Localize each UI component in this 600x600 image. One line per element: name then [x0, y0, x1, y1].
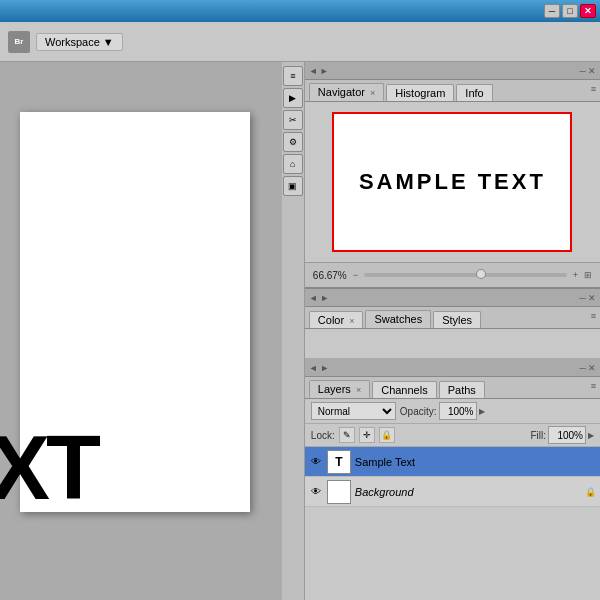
nav-preview-box: SAMPLE TEXT — [332, 112, 572, 252]
bridge-icon[interactable]: Br — [8, 31, 30, 53]
navigator-tabs: Navigator × Histogram Info ≡ — [305, 80, 600, 102]
tab-navigator-close[interactable]: × — [370, 88, 375, 98]
layer-row-0[interactable]: 👁 T Sample Text — [305, 447, 600, 477]
vtool-button-5[interactable]: ▣ — [283, 176, 303, 196]
layer-row-1[interactable]: 👁 Background 🔒 — [305, 477, 600, 507]
vtool-button-2[interactable]: ✂ — [283, 110, 303, 130]
layer-thumb-1 — [327, 480, 351, 504]
color-panel-collapse[interactable]: ◄ ► — [309, 293, 329, 303]
tab-layers[interactable]: Layers × — [309, 380, 370, 398]
tab-channels[interactable]: Channels — [372, 381, 436, 398]
menu-bar: Br Workspace ▼ — [0, 22, 600, 62]
tab-color-close[interactable]: × — [349, 316, 354, 326]
vtool-button-4[interactable]: ⌂ — [283, 154, 303, 174]
vtool-button-3[interactable]: ⚙ — [283, 132, 303, 152]
minimize-button[interactable]: ─ — [544, 4, 560, 18]
lock-label: Lock: — [311, 430, 335, 441]
navigator-panel: Navigator × Histogram Info ≡ SAMPLE TEXT… — [305, 80, 600, 289]
tab-color[interactable]: Color × — [309, 311, 364, 328]
opacity-box: Opacity: ▶ — [400, 402, 485, 420]
navigator-panel-topbar: ◄ ► ─ ✕ — [305, 62, 600, 80]
lock-all-btn[interactable]: 🔒 — [379, 427, 395, 443]
tab-histogram[interactable]: Histogram — [386, 84, 454, 101]
swatches-content — [305, 329, 600, 359]
opacity-arrow[interactable]: ▶ — [479, 407, 485, 416]
tab-swatches[interactable]: Swatches — [365, 310, 431, 328]
layer-name-0: Sample Text — [355, 456, 596, 468]
zoom-value: 66.67% — [313, 270, 347, 281]
fill-label: Fill: — [530, 430, 546, 441]
zoom-slider[interactable] — [364, 273, 567, 277]
zoom-bar: 66.67% − + ⊞ — [305, 262, 600, 288]
layers-tabs: Layers × Channels Paths ≡ — [305, 377, 600, 399]
canvas-area: XT — [0, 62, 282, 600]
lock-fill-row: Lock: ✎ ✛ 🔒 Fill: ▶ — [305, 424, 600, 447]
nav-preview-text: SAMPLE TEXT — [359, 169, 546, 195]
layer-thumb-0: T — [327, 450, 351, 474]
panel-float-button[interactable]: ─ — [580, 66, 586, 76]
fill-input[interactable] — [548, 426, 586, 444]
lock-position-btn[interactable]: ✎ — [339, 427, 355, 443]
tab-layers-close[interactable]: × — [356, 385, 361, 395]
fill-arrow[interactable]: ▶ — [588, 431, 594, 440]
color-panel-topbar: ◄ ► ─ ✕ — [305, 289, 600, 307]
navigator-preview: SAMPLE TEXT — [305, 102, 600, 262]
color-panel-close-btn[interactable]: ✕ — [588, 293, 596, 303]
layers-menu-button[interactable]: ≡ — [591, 381, 596, 391]
layers-controls: Normal Opacity: ▶ — [305, 399, 600, 424]
layer-eye-0[interactable]: 👁 — [309, 455, 323, 469]
blend-mode-select[interactable]: Normal — [311, 402, 396, 420]
navigator-menu-button[interactable]: ≡ — [591, 84, 596, 94]
vtool-button-0[interactable]: ≡ — [283, 66, 303, 86]
layer-lock-icon-1: 🔒 — [585, 487, 596, 497]
layers-panel-topbar: ◄ ► ─ ✕ — [305, 359, 600, 377]
color-panel-menu-button[interactable]: ≡ — [591, 311, 596, 321]
tab-paths[interactable]: Paths — [439, 381, 485, 398]
opacity-input[interactable] — [439, 402, 477, 420]
layers-panel-float-btn[interactable]: ─ — [580, 363, 586, 373]
tab-info[interactable]: Info — [456, 84, 492, 101]
vertical-toolbar: ≡ ▶ ✂ ⚙ ⌂ ▣ — [282, 62, 305, 600]
layers-panel: Layers × Channels Paths ≡ Normal Opacity… — [305, 377, 600, 600]
workspace-button[interactable]: Workspace ▼ — [36, 33, 123, 51]
zoom-in-icon[interactable]: + — [573, 270, 578, 280]
panel-close-button[interactable]: ✕ — [588, 66, 596, 76]
close-button[interactable]: ✕ — [580, 4, 596, 18]
canvas-text-large: XT — [0, 417, 97, 520]
zoom-slider-thumb[interactable] — [476, 269, 486, 279]
vtool-button-1[interactable]: ▶ — [283, 88, 303, 108]
right-panels: ◄ ► ─ ✕ Navigator × Histogram Info — [305, 62, 600, 600]
fill-box: Fill: ▶ — [530, 426, 594, 444]
title-bar-buttons: ─ □ ✕ — [544, 4, 596, 18]
zoom-fit-icon[interactable]: ⊞ — [584, 270, 592, 280]
color-swatches-tabs: Color × Swatches Styles ≡ — [305, 307, 600, 329]
layers-panel-close-btn[interactable]: ✕ — [588, 363, 596, 373]
tab-styles[interactable]: Styles — [433, 311, 481, 328]
menu-bar-inner: Br Workspace ▼ — [8, 31, 123, 53]
title-bar: ─ □ ✕ — [0, 0, 600, 22]
opacity-label: Opacity: — [400, 406, 437, 417]
main-area: XT ≡ ▶ ✂ ⚙ ⌂ ▣ ◄ ► ─ ✕ Navigator — [0, 62, 600, 600]
panel-collapse-arrows[interactable]: ◄ ► — [309, 66, 329, 76]
layers-panel-collapse[interactable]: ◄ ► — [309, 363, 329, 373]
layer-eye-1[interactable]: 👁 — [309, 485, 323, 499]
layer-name-1: Background — [355, 486, 581, 498]
color-panel-float-btn[interactable]: ─ — [580, 293, 586, 303]
lock-move-btn[interactable]: ✛ — [359, 427, 375, 443]
zoom-out-icon[interactable]: − — [353, 270, 358, 280]
maximize-button[interactable]: □ — [562, 4, 578, 18]
tab-navigator[interactable]: Navigator × — [309, 83, 384, 101]
